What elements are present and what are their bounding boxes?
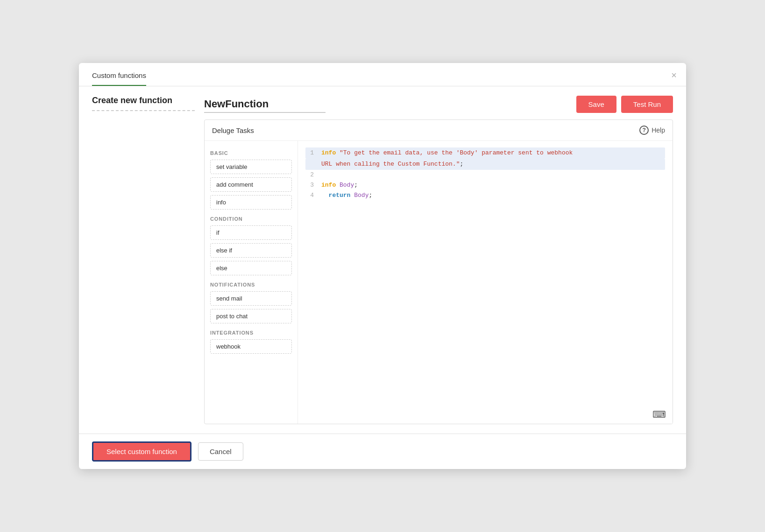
notifications-section-label: NOTIFICATIONS bbox=[210, 282, 292, 287]
custom-functions-modal: × Custom functions Create new function S… bbox=[79, 63, 686, 469]
code-line-1b: URL when calling the Custom Function."; bbox=[305, 159, 665, 170]
save-button[interactable]: Save bbox=[576, 96, 616, 113]
token-plain-3: ; bbox=[354, 182, 358, 189]
code-line-1: 1 info "To get the email data, use the '… bbox=[305, 147, 665, 159]
task-item-if[interactable]: if bbox=[210, 225, 292, 240]
modal-body: Create new function Save Test Run Deluge… bbox=[79, 86, 686, 434]
line-number-3: 3 bbox=[305, 180, 314, 190]
modal-header: Custom functions bbox=[79, 63, 686, 86]
right-panel: Save Test Run Deluge Tasks ? Help bbox=[204, 96, 673, 424]
task-list: BASIC set variable add comment info COND… bbox=[205, 141, 298, 424]
code-line-2: 2 bbox=[305, 170, 665, 180]
code-line-4: 4 return Body; bbox=[305, 190, 665, 201]
editor-toolbar-title: Deluge Tasks bbox=[212, 126, 254, 134]
left-panel: Create new function bbox=[92, 96, 204, 424]
token-info-3: info bbox=[321, 182, 336, 189]
task-item-set-variable[interactable]: set variable bbox=[210, 160, 292, 174]
task-section-notifications: NOTIFICATIONS send mail post to chat bbox=[210, 282, 292, 323]
test-run-button[interactable]: Test Run bbox=[621, 96, 673, 113]
line-content-1b: URL when calling the Custom Function."; bbox=[321, 159, 665, 169]
task-item-else-if[interactable]: else if bbox=[210, 243, 292, 258]
code-line-3: 3 info Body; bbox=[305, 180, 665, 190]
close-button[interactable]: × bbox=[671, 70, 677, 80]
basic-section-label: BASIC bbox=[210, 150, 292, 156]
keyboard-icon: ⌨ bbox=[652, 409, 666, 420]
line-number-1b bbox=[305, 159, 314, 169]
line-number-1: 1 bbox=[305, 148, 314, 158]
task-item-info[interactable]: info bbox=[210, 195, 292, 210]
help-label: Help bbox=[652, 126, 665, 134]
token-keyword-4: return bbox=[321, 192, 350, 199]
task-item-add-comment[interactable]: add comment bbox=[210, 177, 292, 192]
task-item-else[interactable]: else bbox=[210, 261, 292, 275]
create-new-label: Create new function bbox=[92, 96, 195, 111]
cancel-button[interactable]: Cancel bbox=[198, 442, 243, 461]
line-content-3: info Body; bbox=[321, 180, 665, 190]
select-custom-function-button[interactable]: Select custom function bbox=[92, 441, 191, 462]
task-section-integrations: INTEGRATIONS webhook bbox=[210, 330, 292, 354]
task-section-condition: CONDITION if else if else bbox=[210, 216, 292, 275]
editor-container: Deluge Tasks ? Help BASIC set variable bbox=[204, 119, 673, 424]
token-var-4: Body bbox=[350, 192, 368, 199]
line-content-2 bbox=[321, 170, 665, 180]
line-content-1: info "To get the email data, use the 'Bo… bbox=[321, 148, 665, 158]
token-info-1: info bbox=[321, 149, 336, 156]
editor-main: BASIC set variable add comment info COND… bbox=[205, 141, 673, 424]
task-item-send-mail[interactable]: send mail bbox=[210, 291, 292, 306]
help-icon: ? bbox=[639, 126, 649, 135]
help-button[interactable]: ? Help bbox=[639, 126, 665, 135]
header-buttons: Save Test Run bbox=[576, 96, 673, 113]
line-content-4: return Body; bbox=[321, 190, 665, 201]
token-var-3: Body bbox=[336, 182, 354, 189]
function-header: Save Test Run bbox=[204, 96, 673, 113]
line-number-4: 4 bbox=[305, 190, 314, 201]
task-section-basic: BASIC set variable add comment info bbox=[210, 150, 292, 210]
code-editor[interactable]: 1 info "To get the email data, use the '… bbox=[298, 141, 673, 424]
condition-section-label: CONDITION bbox=[210, 216, 292, 222]
function-name-input[interactable] bbox=[204, 96, 326, 113]
token-plain-1b: ; bbox=[460, 161, 463, 168]
integrations-section-label: INTEGRATIONS bbox=[210, 330, 292, 336]
task-item-post-to-chat[interactable]: post to chat bbox=[210, 309, 292, 323]
line-number-2: 2 bbox=[305, 170, 314, 180]
editor-toolbar: Deluge Tasks ? Help bbox=[205, 120, 673, 141]
token-plain-4: ; bbox=[368, 192, 372, 199]
token-string-1b: URL when calling the Custom Function." bbox=[321, 161, 460, 168]
modal-footer: Select custom function Cancel bbox=[79, 434, 686, 469]
modal-title: Custom functions bbox=[92, 71, 146, 86]
token-string-1: "To get the email data, use the 'Body' p… bbox=[336, 149, 573, 156]
task-item-webhook[interactable]: webhook bbox=[210, 339, 292, 354]
